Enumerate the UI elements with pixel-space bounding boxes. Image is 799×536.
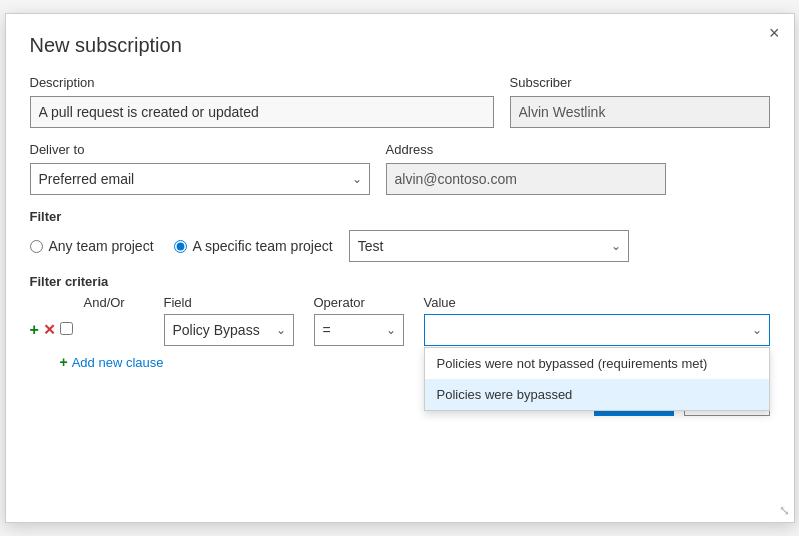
- value-dropdown: Policies were not bypassed (requirements…: [424, 347, 770, 411]
- criteria-icons: + ✕: [30, 321, 60, 339]
- field-col: Policy Bypass Repository Branch Reviewer…: [164, 314, 314, 346]
- address-label: Address: [386, 142, 666, 157]
- row-checkbox-col: [60, 322, 84, 338]
- project-select[interactable]: Test Dev Production: [349, 230, 629, 262]
- filter-label: Filter: [30, 209, 770, 224]
- deliver-address-row: Deliver to Preferred email Custom email …: [30, 142, 770, 195]
- criteria-columns-header: And/Or Field Operator Value: [30, 295, 770, 310]
- value-input[interactable]: [424, 314, 770, 346]
- col-andor-header: And/Or: [84, 295, 164, 310]
- any-team-project-option[interactable]: Any team project: [30, 238, 154, 254]
- new-subscription-dialog: × New subscription Description Subscribe…: [5, 13, 795, 523]
- col-field-header: Field: [164, 295, 314, 310]
- any-team-label: Any team project: [49, 238, 154, 254]
- description-group: Description: [30, 75, 494, 128]
- operator-col: = != Contains ⌄: [314, 314, 424, 346]
- description-input[interactable]: [30, 96, 494, 128]
- deliver-to-select-wrapper: Preferred email Custom email SOAP JSON ⌄: [30, 163, 370, 195]
- dialog-title: New subscription: [30, 34, 770, 57]
- filter-radio-group: Any team project A specific team project: [30, 238, 333, 254]
- field-select[interactable]: Policy Bypass Repository Branch Reviewer: [164, 314, 294, 346]
- value-col: ⌄ Policies were not bypassed (requiremen…: [424, 314, 770, 346]
- deliver-to-select[interactable]: Preferred email Custom email SOAP JSON: [30, 163, 370, 195]
- value-input-wrapper: ⌄ Policies were not bypassed (requiremen…: [424, 314, 770, 346]
- specific-team-label: A specific team project: [193, 238, 333, 254]
- col-operator-header: Operator: [314, 295, 424, 310]
- operator-select[interactable]: = != Contains: [314, 314, 404, 346]
- address-group: Address: [386, 142, 666, 195]
- deliver-to-group: Deliver to Preferred email Custom email …: [30, 142, 370, 195]
- project-select-wrapper: Test Dev Production ⌄: [349, 230, 629, 262]
- specific-team-radio[interactable]: [174, 240, 187, 253]
- filter-section: Filter Any team project A specific team …: [30, 209, 770, 262]
- address-input: [386, 163, 666, 195]
- add-clause-label: Add new clause: [72, 355, 164, 370]
- add-clause-plus-icon: +: [60, 354, 68, 370]
- criteria-header: Filter criteria: [30, 274, 770, 289]
- description-label: Description: [30, 75, 494, 90]
- subscriber-label: Subscriber: [510, 75, 770, 90]
- remove-row-icon[interactable]: ✕: [43, 321, 56, 339]
- criteria-row: + ✕ Policy Bypass Repository Branch Revi…: [30, 314, 770, 346]
- any-team-radio[interactable]: [30, 240, 43, 253]
- resize-handle[interactable]: ⤡: [779, 503, 790, 518]
- deliver-to-label: Deliver to: [30, 142, 370, 157]
- criteria-data: Policy Bypass Repository Branch Reviewer…: [60, 314, 770, 346]
- close-button[interactable]: ×: [769, 24, 780, 42]
- subscriber-input: [510, 96, 770, 128]
- add-row-icon[interactable]: +: [30, 321, 39, 339]
- description-subscriber-row: Description Subscriber: [30, 75, 770, 128]
- row-checkbox[interactable]: [60, 322, 73, 335]
- filter-criteria-section: Filter criteria And/Or Field Operator Va…: [30, 274, 770, 370]
- subscriber-group: Subscriber: [510, 75, 770, 128]
- dropdown-item-bypassed[interactable]: Policies were bypassed: [425, 379, 769, 410]
- dropdown-item-not-bypassed[interactable]: Policies were not bypassed (requirements…: [425, 348, 769, 379]
- filter-criteria-label: Filter criteria: [30, 274, 109, 289]
- col-value-header: Value: [424, 295, 770, 310]
- specific-team-project-option[interactable]: A specific team project: [174, 238, 333, 254]
